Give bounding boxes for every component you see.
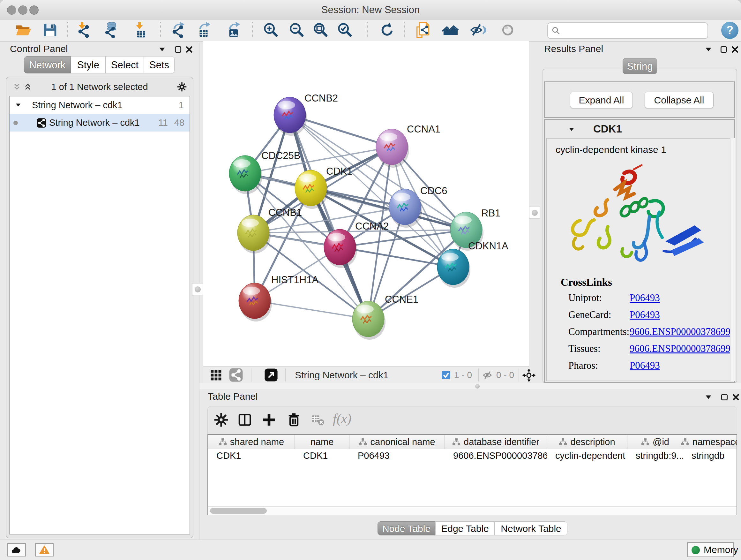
tab-sets[interactable]: Sets <box>144 56 175 73</box>
search-input[interactable] <box>563 23 705 37</box>
tab-node-table[interactable]: Node Table <box>378 521 435 536</box>
table-row[interactable]: CDK1 CDK1 P06493 9606.ENSP00000378699 cy… <box>208 449 737 462</box>
export-table-icon[interactable] <box>195 21 212 39</box>
float-panel-icon[interactable] <box>720 45 728 54</box>
panel-menu-icon[interactable] <box>704 45 713 54</box>
string-home-icon[interactable] <box>442 21 459 39</box>
collapse-all-button[interactable]: Collapse All <box>645 91 714 108</box>
network-tab-content: 1 of 1 Network selected String Network –… <box>6 77 193 538</box>
eye-icon[interactable] <box>499 21 516 39</box>
selected-checkbox-icon[interactable] <box>441 370 451 380</box>
tab-edge-table[interactable]: Edge Table <box>435 521 495 536</box>
crosslink-uniprot-link[interactable]: P06493 <box>630 292 660 304</box>
close-panel-icon[interactable] <box>185 45 193 54</box>
table-options-gear-icon[interactable] <box>213 412 229 428</box>
open-session-icon[interactable] <box>15 21 32 39</box>
results-scrollbar[interactable] <box>731 138 735 381</box>
export-image-icon[interactable] <box>225 21 242 39</box>
crosslink-pharos-link[interactable]: P06493 <box>630 360 660 371</box>
network-options-gear-icon[interactable] <box>177 82 187 92</box>
zoom-selected-icon[interactable] <box>336 21 353 39</box>
panel-menu-icon[interactable] <box>158 45 166 54</box>
application-window: Session: New Session ? Control Panel <box>0 0 741 560</box>
network-edge-CCNA1-CCNE1[interactable] <box>368 147 392 319</box>
zoom-out-icon[interactable] <box>288 21 305 39</box>
cloud-button[interactable] <box>7 543 26 557</box>
horizontal-splitter[interactable] <box>199 383 741 389</box>
column-header-namespace[interactable]: namespace <box>683 435 737 449</box>
tab-select[interactable]: Select <box>106 56 144 73</box>
import-network-file-icon[interactable] <box>75 21 92 39</box>
network-node-CCNB2[interactable]: CCNB2 <box>274 92 338 136</box>
search-field[interactable] <box>547 22 708 39</box>
zoom-fit-icon[interactable] <box>312 21 329 39</box>
scrollbar-thumb[interactable] <box>210 508 267 514</box>
close-panel-icon[interactable] <box>731 45 739 54</box>
crosslink-compartments-link[interactable]: 9606.ENSP00000378699 <box>630 326 730 337</box>
network-edge-RB1-CCNA2[interactable] <box>340 230 466 247</box>
memory-button[interactable]: Memory <box>687 542 734 557</box>
column-header-id[interactable]: @id <box>627 435 683 449</box>
grid-view-icon[interactable] <box>209 368 223 382</box>
table-horizontal-scrollbar[interactable] <box>208 506 737 515</box>
float-panel-icon[interactable] <box>720 393 729 401</box>
network-collection-row[interactable]: String Network – cdk1 1 <box>10 97 190 114</box>
status-bar: Memory <box>0 540 741 560</box>
refresh-icon[interactable] <box>379 21 396 39</box>
left-splitter-handle[interactable] <box>192 283 203 295</box>
warnings-button[interactable] <box>35 543 54 557</box>
show-columns-icon[interactable] <box>237 412 253 428</box>
network-canvas[interactable]: CCNB2CCNA1CDC25BCDK1CDC6RB1CCNB1CCNA2CDK… <box>203 41 529 366</box>
collection-expand-icon[interactable] <box>15 102 22 109</box>
node-result-header[interactable]: CDK1 <box>545 120 734 138</box>
detach-view-icon[interactable] <box>264 368 278 382</box>
network-node-CCNE1[interactable]: CCNE1 <box>352 294 418 340</box>
network-node-CCNA1[interactable]: CCNA1 <box>376 124 441 168</box>
network-node-CCNB1[interactable]: CCNB1 <box>238 207 302 253</box>
crosslink-genecard-link[interactable]: P06493 <box>630 309 660 320</box>
help-button[interactable]: ? <box>721 22 738 39</box>
cell-name[interactable]: CDK1 <box>295 449 349 462</box>
import-table-icon[interactable] <box>132 21 149 39</box>
tab-network[interactable]: Network <box>24 56 71 73</box>
close-panel-icon[interactable] <box>732 393 740 401</box>
network-node-HIST1H1A[interactable]: HIST1H1A <box>239 274 319 321</box>
column-header-name[interactable]: name <box>295 435 349 449</box>
tab-network-table[interactable]: Network Table <box>495 521 567 536</box>
column-header-canonical-name[interactable]: canonical name <box>349 435 445 449</box>
export-network-icon[interactable] <box>169 21 186 39</box>
delete-column-icon[interactable] <box>286 412 301 428</box>
hidden-eye-icon[interactable] <box>482 369 494 381</box>
cell-id[interactable]: stringdb:9... <box>627 449 683 462</box>
tab-style[interactable]: Style <box>71 56 106 73</box>
column-header-shared-name[interactable]: shared name <box>208 435 295 449</box>
expand-all-button[interactable]: Expand All <box>570 91 633 108</box>
collapse-entry-icon[interactable] <box>568 125 576 133</box>
cell-shared-name[interactable]: CDK1 <box>208 449 295 462</box>
crosslink-tissues-link[interactable]: 9606.ENSP00000378699 <box>630 343 730 354</box>
import-network-database-icon[interactable] <box>103 21 120 39</box>
fit-selected-crosshair-icon[interactable] <box>522 368 536 382</box>
horizontal-splitter-handle[interactable] <box>475 384 480 388</box>
cell-namespace[interactable]: stringdb <box>683 449 737 462</box>
save-session-icon[interactable] <box>42 21 59 39</box>
network-type-icon[interactable] <box>229 368 243 382</box>
hide-unhide-icon[interactable] <box>469 21 487 39</box>
column-header-database-identifier[interactable]: database identifier <box>445 435 547 449</box>
cell-description[interactable]: cyclin-dependent ... <box>547 449 627 462</box>
network-node-CDC25B[interactable]: CDC25B <box>229 150 300 194</box>
column-header-description[interactable]: description <box>547 435 627 449</box>
cell-canonical-name[interactable]: P06493 <box>349 449 445 462</box>
network-row-selected[interactable]: String Network – cdk1 11 48 <box>10 114 190 132</box>
right-splitter-handle[interactable] <box>529 206 540 219</box>
search-icon <box>551 26 561 36</box>
tab-string[interactable]: String <box>623 58 657 74</box>
panel-menu-icon[interactable] <box>704 393 713 401</box>
float-panel-icon[interactable] <box>174 45 182 54</box>
network-view[interactable]: CCNB2CCNA1CDC25BCDK1CDC6RB1CCNB1CCNA2CDK… <box>203 41 529 366</box>
network-node-CDK1[interactable]: CDK1 <box>295 166 353 209</box>
share-document-icon[interactable] <box>414 21 431 39</box>
add-column-icon[interactable] <box>261 412 277 428</box>
cell-database-identifier[interactable]: 9606.ENSP00000378699 <box>445 449 547 462</box>
zoom-in-icon[interactable] <box>262 21 279 39</box>
